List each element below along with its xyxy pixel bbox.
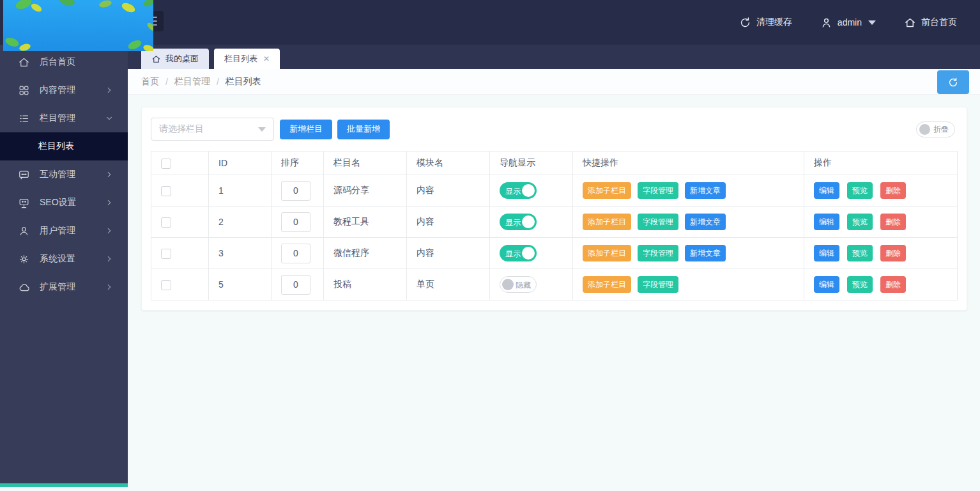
cell-module-name: 单页 [407,269,490,300]
sort-input[interactable] [281,275,310,295]
toggle-knob [919,124,930,135]
select-all-checkbox[interactable] [161,159,171,169]
row-action-button[interactable]: 删除 [880,214,906,230]
column-select[interactable]: 请选择栏目 [151,118,274,141]
toggle-label: 显示 [505,186,521,197]
table-row: 3微信程序内容显示添加子栏目字段管理新增文章编辑预览删除 [151,238,958,269]
tab-my-desktop[interactable]: 我的桌面 [141,49,209,69]
col-header-ops: 操作 [804,152,958,175]
sidebar-item-columns[interactable]: 栏目管理 [0,104,128,132]
nav-display-toggle[interactable]: 隐藏 [500,276,537,293]
board-icon [18,197,30,209]
close-icon[interactable]: ✕ [263,54,270,63]
nav-display-toggle[interactable]: 显示 [500,214,537,230]
toolbar: 请选择栏目 新增栏目 批量新增 折叠 [151,118,958,141]
chevron-right-icon [105,283,114,292]
sidebar-item-content[interactable]: 内容管理 [0,76,128,104]
breadcrumb-current: 栏目列表 [226,76,261,88]
quick-action-button[interactable]: 新增文章 [685,182,726,199]
quick-action-button[interactable]: 新增文章 [685,214,726,230]
toggle-knob [502,279,514,290]
row-action-button[interactable]: 编辑 [814,245,839,261]
chevron-down-icon [868,20,876,25]
tab-column-list[interactable]: 栏目列表 ✕ [214,49,280,69]
row-checkbox[interactable] [161,186,171,196]
sidebar-item-seo[interactable]: SEO设置 [0,189,128,217]
col-header-nav: 导航显示 [490,152,573,175]
username: admin [838,17,862,27]
sidebar-item-column-list[interactable]: 栏目列表 [0,132,128,160]
chevron-right-icon [105,198,114,207]
sort-input[interactable] [281,181,310,201]
add-column-button[interactable]: 新增栏目 [280,120,332,139]
row-action-button[interactable]: 预览 [847,276,873,293]
clear-cache-button[interactable]: 清理缓存 [739,17,792,29]
sidebar-item-label: 互动管理 [40,169,105,180]
cell-id: 1 [209,175,272,207]
front-home-label: 前台首页 [921,17,957,28]
sidebar-item-extensions[interactable]: 扩展管理 [0,273,128,301]
chevron-down-icon [105,114,114,123]
cell-module-name: 内容 [407,175,490,207]
cell-column-name: 源码分享 [324,175,407,207]
quick-action-button[interactable]: 字段管理 [638,245,678,261]
quick-action-button[interactable]: 添加子栏目 [583,214,631,230]
content-area: 请选择栏目 新增栏目 批量新增 折叠 [128,95,980,311]
breadcrumb-section[interactable]: 栏目管理 [174,76,210,88]
row-action-button[interactable]: 删除 [880,245,906,261]
toggle-label: 显示 [505,217,521,228]
quick-action-button[interactable]: 字段管理 [638,214,678,230]
refresh-page-button[interactable] [937,70,969,94]
collapse-toggle[interactable]: 折叠 [916,121,955,137]
sort-input[interactable] [281,212,310,232]
breadcrumb-home[interactable]: 首页 [141,76,159,88]
refresh-icon [947,76,960,89]
topbar: 清理缓存 admin 前台首页 [0,0,980,45]
row-checkbox[interactable] [161,280,171,290]
sidebar-item-dashboard[interactable]: 后台首页 [0,48,128,76]
quick-action-button[interactable]: 字段管理 [638,182,678,199]
cell-column-name: 微信程序 [324,238,407,269]
sidebar-item-interaction[interactable]: 互动管理 [0,160,128,189]
breadcrumb-separator: / [217,77,219,87]
table-row: 1源码分享内容显示添加子栏目字段管理新增文章编辑预览删除 [151,175,958,207]
sidebar: 后台首页 内容管理 栏目管理 栏目列表 互动管理 SEO设置 用户管理 系统设置… [0,45,128,487]
front-home-link[interactable]: 前台首页 [904,17,957,29]
user-menu[interactable]: admin [820,17,876,29]
row-checkbox[interactable] [161,249,171,259]
cell-row-actions: 编辑预览删除 [804,238,958,269]
quick-action-button[interactable]: 新增文章 [685,245,726,261]
cell-quick-actions: 添加子栏目字段管理 [573,269,804,300]
sidebar-item-label: 后台首页 [40,56,114,68]
quick-action-button[interactable]: 添加子栏目 [583,276,631,293]
row-action-button[interactable]: 删除 [880,276,906,293]
sidebar-bottom-bar [0,483,128,487]
toggle-label: 显示 [505,249,521,260]
batch-add-button[interactable]: 批量新增 [337,120,390,139]
nav-display-toggle[interactable]: 显示 [500,245,537,261]
cell-column-name: 教程工具 [324,207,407,238]
nav-display-toggle[interactable]: 显示 [500,182,537,199]
row-action-button[interactable]: 预览 [847,245,873,261]
sort-input[interactable] [281,244,310,263]
row-action-button[interactable]: 删除 [880,182,906,199]
toggle-knob [522,184,535,197]
table-header-row: ID 排序 栏目名 模块名 导航显示 快捷操作 操作 [151,152,958,175]
row-action-button[interactable]: 预览 [847,214,873,230]
quick-action-button[interactable]: 添加子栏目 [583,245,631,261]
sidebar-item-users[interactable]: 用户管理 [0,217,128,245]
col-header-id: ID [209,152,272,175]
row-action-button[interactable]: 编辑 [814,276,839,293]
quick-action-button[interactable]: 添加子栏目 [583,182,631,199]
quick-action-button[interactable]: 字段管理 [638,276,678,293]
sidebar-item-system[interactable]: 系统设置 [0,245,128,273]
row-action-button[interactable]: 编辑 [814,182,839,199]
leaves-decoration [3,0,153,51]
row-action-button[interactable]: 预览 [847,182,873,199]
user-icon [820,17,832,29]
row-action-button[interactable]: 编辑 [814,214,839,230]
chat-icon [18,169,30,181]
collapse-label: 折叠 [933,124,949,135]
row-checkbox[interactable] [161,217,171,228]
breadcrumb: 首页 / 栏目管理 / 栏目列表 [128,69,980,95]
